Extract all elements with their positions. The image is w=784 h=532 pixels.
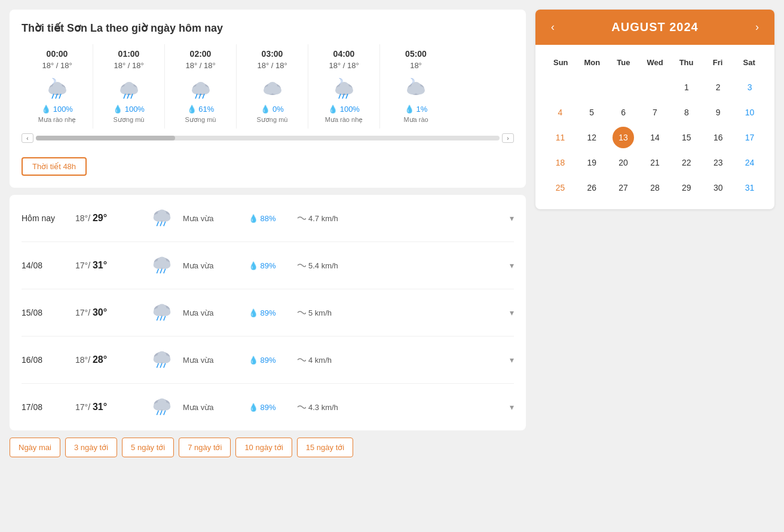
svg-line-72	[160, 411, 162, 415]
daily-temp: 17°/ 31°	[75, 402, 141, 412]
daily-desc: Mưa vừa	[183, 356, 243, 365]
hourly-prob: 💧 0%	[244, 105, 301, 114]
svg-point-56	[157, 304, 166, 313]
daily-humid: 💧 89%	[249, 356, 290, 365]
scroll-right-button[interactable]: ›	[502, 133, 514, 143]
hourly-temp: 18° / 18°	[172, 61, 229, 70]
calendar-day[interactable]: 23	[708, 152, 729, 173]
svg-point-4	[53, 82, 62, 91]
daily-expand-button[interactable]: ▾	[510, 355, 514, 365]
svg-line-31	[339, 94, 341, 99]
daily-row: 17/08 17°/ 31° Mưa vừa 💧 89% 4.3 km/h ▾	[22, 384, 514, 430]
next-month-button[interactable]: ›	[752, 21, 762, 33]
calendar-day[interactable]: 22	[676, 152, 697, 173]
calendar-day[interactable]: 3	[739, 77, 761, 98]
calendar-day[interactable]: 10	[739, 102, 761, 123]
calendar-day[interactable]: 15	[676, 127, 697, 148]
hourly-temp: 18° / 18°	[100, 61, 157, 70]
calendar-day[interactable]: 16	[708, 127, 729, 148]
svg-point-30	[339, 82, 349, 91]
hourly-items[interactable]: 00:00 18° / 18° ☽ 💧 100% Mưa rào nhẹ 01:…	[22, 44, 514, 129]
hourly-prob: 💧 100%	[100, 105, 157, 114]
svg-line-12	[124, 94, 125, 99]
svg-point-38	[411, 82, 421, 91]
calendar-day[interactable]: 9	[708, 102, 729, 123]
calendar-day[interactable]: 25	[549, 177, 571, 198]
svg-line-43	[157, 222, 158, 227]
calendar-day[interactable]: 26	[581, 177, 602, 198]
svg-line-45	[164, 222, 166, 227]
day-range-button-4[interactable]: 10 ngày tới	[235, 438, 292, 457]
calendar-day[interactable]: 2	[708, 77, 729, 98]
daily-desc: Mưa vừa	[183, 261, 243, 270]
svg-line-73	[164, 411, 166, 415]
hourly-desc: Mưa rào	[387, 116, 445, 124]
day-range-button-5[interactable]: 15 ngày tới	[297, 438, 353, 457]
hourly-item: 05:00 18° ☽ 💧 1% Mưa rào	[380, 44, 452, 129]
svg-point-49	[157, 257, 166, 266]
calendar-day[interactable]: 18	[549, 152, 571, 173]
calendar-day[interactable]: 21	[644, 152, 666, 173]
calendar-day[interactable]: 1	[676, 77, 697, 98]
day-range-button-1[interactable]: 3 ngày tới	[65, 438, 117, 457]
calendar-day[interactable]: 20	[612, 152, 634, 173]
calendar-day[interactable]: 5	[581, 102, 602, 123]
svg-line-51	[160, 269, 162, 274]
hourly-desc: Mưa rào nhẹ	[316, 116, 372, 124]
calendar-day[interactable]: 12	[581, 127, 602, 148]
daily-weather-icon	[147, 345, 177, 375]
calendar-day[interactable]: 8	[676, 102, 697, 123]
daily-temp: 17°/ 31°	[75, 260, 141, 271]
calendar-weekday: Sat	[733, 54, 765, 71]
hourly-time: 04:00	[316, 49, 372, 59]
calendar-day[interactable]: 28	[644, 177, 666, 198]
daily-date: 15/08	[22, 308, 69, 317]
daily-humid: 💧 89%	[249, 403, 290, 412]
daily-expand-button[interactable]: ▾	[510, 261, 514, 270]
svg-line-58	[160, 316, 162, 321]
calendar-day-empty	[644, 77, 666, 98]
svg-point-70	[157, 399, 166, 408]
calendar-day[interactable]: 31	[739, 177, 761, 198]
calendar-day[interactable]: 13	[612, 127, 634, 148]
daily-expand-button[interactable]: ▾	[510, 213, 514, 223]
svg-point-18	[196, 82, 206, 91]
calendar-weekday: Sun	[545, 54, 577, 71]
daily-date: Hôm nay	[22, 213, 69, 223]
calendar-day[interactable]: 11	[549, 127, 571, 148]
calendar-day[interactable]: 6	[612, 102, 634, 123]
day-range-button-0[interactable]: Ngày mai	[10, 438, 60, 457]
calendar-day[interactable]: 24	[739, 152, 761, 173]
daily-weather-icon	[147, 392, 177, 422]
calendar-weekdays: SunMonTueWedThuFriSat	[545, 54, 765, 71]
calendar-day-empty	[549, 77, 571, 98]
hourly-weather-icon: ☽	[387, 74, 445, 105]
svg-point-63	[157, 351, 166, 360]
scroll-track[interactable]	[36, 136, 500, 140]
daily-temp: 18°/ 29°	[75, 213, 141, 224]
daily-temp: 18°/ 28°	[75, 354, 141, 365]
day-range-button-2[interactable]: 5 ngày tới	[122, 438, 174, 457]
calendar-day[interactable]: 7	[644, 102, 666, 123]
hourly-desc: Sương mù	[172, 116, 229, 124]
calendar-day[interactable]: 4	[549, 102, 571, 123]
prev-month-button[interactable]: ‹	[547, 21, 558, 33]
hourly-temp: 18° / 18°	[316, 61, 372, 70]
calendar-day[interactable]: 14	[644, 127, 666, 148]
scroll-left-button[interactable]: ‹	[22, 133, 33, 143]
daily-humid: 💧 89%	[249, 261, 290, 270]
calendar-day[interactable]: 30	[708, 177, 729, 198]
day-range-button-3[interactable]: 7 ngày tới	[179, 438, 231, 457]
daily-rows: Hôm nay 18°/ 29° Mưa vừa 💧 88% 4.7 km/h …	[22, 195, 514, 430]
calendar-day[interactable]: 27	[612, 177, 634, 198]
calendar-day[interactable]: 19	[581, 152, 602, 173]
daily-expand-button[interactable]: ▾	[510, 402, 514, 412]
calendar-day[interactable]: 17	[739, 127, 761, 148]
calendar-day[interactable]: 29	[676, 177, 697, 198]
hourly-weather-icon	[244, 74, 301, 105]
daily-expand-button[interactable]: ▾	[510, 308, 514, 317]
svg-line-52	[164, 269, 166, 274]
btn-48h[interactable]: Thời tiết 48h	[22, 157, 87, 176]
calendar-days[interactable]: 1234567891011121314151617181920212223242…	[545, 75, 765, 200]
daily-date: 16/08	[22, 355, 69, 365]
